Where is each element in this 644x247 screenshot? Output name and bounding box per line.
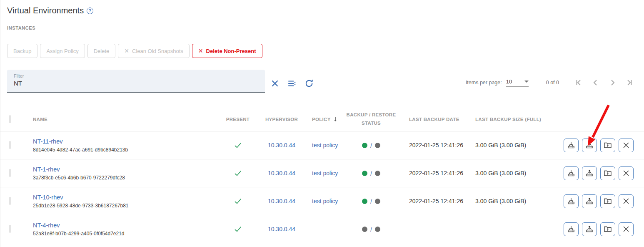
row-checkbox[interactable] [10,197,10,205]
delete-button[interactable]: Delete [87,44,116,58]
hypervisor-link[interactable]: 10.30.0.44 [268,226,295,232]
table-row: NT-10-rhev 25db1e28-5928-48de-9733-3b618… [0,187,644,215]
row-file-restore-button[interactable] [600,194,615,208]
backup-button[interactable]: Backup [7,44,37,58]
refresh-button[interactable] [305,79,314,88]
first-page-button[interactable] [571,74,587,91]
close-icon [622,169,630,177]
delete-non-present-button[interactable]: ✕ Delete Non-Present [192,44,262,58]
instances-table: NAME PRESENT HYPERVISOR POLICY BACKUP / … [0,107,644,243]
present-check-icon [234,169,242,177]
vm-name-link[interactable]: NT-11-rhev [33,138,62,145]
row-restore-button[interactable] [582,139,597,152]
row-checkbox[interactable] [10,141,10,149]
row-delete-button[interactable] [619,166,634,180]
filter-label: Filter [14,73,258,78]
last-backup-date: 2022-01-25 12:41:26 [396,170,471,176]
row-delete-button[interactable] [619,194,634,208]
restore-status-dot [375,199,380,204]
chevron-down-icon [524,81,529,83]
hypervisor-link[interactable]: 10.30.0.44 [268,198,295,204]
last-backup-size: 3.00 GiB (3.00 GiB) [471,198,559,204]
items-per-page-label: Items per page: [466,80,502,86]
backup-status-dot [362,143,367,148]
folder-up-icon [603,224,612,234]
vm-name-link[interactable]: NT-10-rhev [33,194,63,201]
row-delete-button[interactable] [619,139,634,152]
header-backup-restore-status[interactable]: BACKUP / RESTORE STATUS [346,111,396,127]
header-hypervisor[interactable]: HYPERVISOR [255,117,309,122]
header-last-backup-date[interactable]: LAST BACKUP DATE [396,117,471,122]
header-policy[interactable]: POLICY [309,116,346,122]
last-page-button[interactable] [621,74,637,91]
last-backup-size: 3.00 GiB (3.00 GiB) [471,142,559,149]
page-title: Virtual Environments [7,6,84,15]
prev-page-button[interactable] [587,74,604,91]
header-name[interactable]: NAME [27,117,221,122]
table-row: NT-1-rhev 3a78f3cb-e5c6-4b6b-b670-972227… [0,159,644,187]
table-row: NT-4-rhev 52a81e8f-b07b-4299-a405-0f0f54… [0,215,644,243]
vm-uuid: 3a78f3cb-e5c6-4b6b-b670-9722279dfc28 [33,175,221,181]
x-icon: ✕ [198,48,203,54]
clear-filter-button[interactable] [270,79,280,88]
policy-link[interactable]: test policy [312,198,338,204]
present-check-icon [234,197,242,205]
restore-icon [585,224,594,234]
last-page-icon [624,78,634,88]
row-restore-button[interactable] [582,166,597,180]
folder-up-icon [603,197,612,206]
present-check-icon [234,141,242,149]
row-restore-button[interactable] [582,194,597,208]
header-last-backup-size[interactable]: LAST BACKUP SIZE (FULL) [471,117,559,122]
row-file-restore-button[interactable] [600,222,615,236]
vm-uuid: 25db1e28-5928-48de-9733-3b6187267b81 [33,203,221,209]
restore-icon [585,141,594,150]
vm-uuid: 52a81e8f-b07b-4299-a405-0f0f54d7e21d [33,231,221,237]
close-icon [622,197,630,205]
page-range-label: 0 of 0 [546,80,559,86]
row-checkbox[interactable] [10,169,10,177]
vm-name-link[interactable]: NT-1-rhev [33,166,60,173]
column-options-button[interactable] [287,79,297,88]
assign-policy-button[interactable]: Assign Policy [40,44,85,58]
next-page-button[interactable] [604,74,621,91]
vm-uuid: 8d14e045-4d82-47ac-a691-d9bc894b213b [33,147,221,153]
x-icon: ✕ [124,48,129,54]
policy-link[interactable]: test policy [312,142,338,149]
last-backup-size: 3.00 GiB (3.00 GiB) [471,170,559,176]
row-checkbox[interactable] [10,225,10,233]
table-header-row: NAME PRESENT HYPERVISOR POLICY BACKUP / … [0,107,644,131]
row-delete-button[interactable] [619,222,634,236]
help-icon[interactable]: ? [87,8,93,14]
filter-input[interactable] [14,80,258,87]
select-all-checkbox[interactable] [10,115,10,123]
toolbar: Backup Assign Policy Delete ✕ Clean Old … [7,44,637,58]
row-restore-button[interactable] [582,222,597,236]
list-icon [287,79,297,88]
row-file-restore-button[interactable] [600,166,615,180]
policy-link[interactable]: test policy [312,170,338,176]
backup-status-dot [362,171,367,176]
row-backup-button[interactable] [564,139,579,152]
row-backup-button[interactable] [564,222,579,236]
hypervisor-link[interactable]: 10.30.0.44 [268,142,295,149]
vm-name-link[interactable]: NT-4-rhev [33,222,60,229]
items-per-page-select[interactable]: 10 [506,78,529,87]
backup-icon [567,141,576,150]
clean-old-snapshots-button[interactable]: ✕ Clean Old Snapshots [118,44,190,58]
backup-status-dot [362,199,367,204]
row-file-restore-button[interactable] [600,139,615,152]
restore-icon [585,197,594,206]
row-backup-button[interactable] [564,194,579,208]
hypervisor-link[interactable]: 10.30.0.44 [268,170,295,176]
row-backup-button[interactable] [564,166,579,180]
backup-icon [567,224,576,234]
folder-up-icon [603,169,612,178]
section-label: INSTANCES [7,25,644,30]
header-present[interactable]: PRESENT [221,117,255,122]
close-icon [622,225,630,233]
backup-icon [567,169,576,178]
filter-field[interactable]: Filter [7,70,265,93]
folder-up-icon [603,141,612,150]
close-icon [270,79,280,88]
